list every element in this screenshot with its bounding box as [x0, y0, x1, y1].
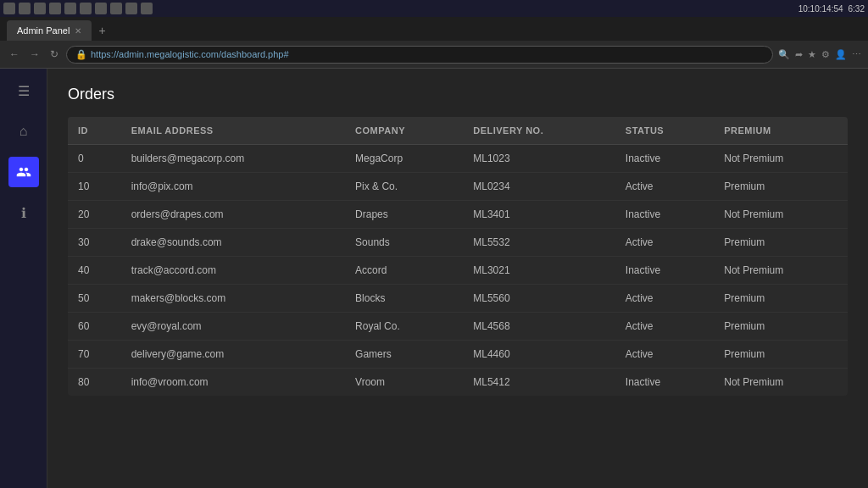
- cell-delivery: ML3401: [463, 201, 615, 229]
- browser-chrome: Admin Panel ✕ + ← → ↻ 🔒 https://admin.me…: [0, 17, 868, 69]
- cell-company: Gamers: [345, 341, 463, 369]
- zoom-icon[interactable]: 🔍: [778, 49, 790, 60]
- col-status: STATUS: [615, 117, 714, 145]
- taskbar-app-8[interactable]: [125, 3, 137, 14]
- cell-status: Active: [615, 285, 714, 313]
- table-header: ID EMAIL ADDRESS COMPANY DELIVERY NO. ST…: [68, 117, 848, 145]
- active-tab[interactable]: Admin Panel ✕: [7, 20, 92, 41]
- table-body: 0 builders@megacorp.com MegaCorp ML1023 …: [68, 145, 848, 396]
- start-icon[interactable]: [3, 3, 15, 14]
- taskbar-app-1[interactable]: [19, 3, 31, 14]
- header-row: ID EMAIL ADDRESS COMPANY DELIVERY NO. ST…: [68, 117, 848, 145]
- col-company: COMPANY: [345, 117, 463, 145]
- cell-premium: Not Premium: [714, 257, 848, 285]
- cell-id: 40: [68, 257, 121, 285]
- cell-status: Active: [615, 229, 714, 257]
- table-row: 50 makers@blocks.com Blocks ML5560 Activ…: [68, 285, 848, 313]
- cell-company: MegaCorp: [345, 145, 463, 173]
- tab-close-button[interactable]: ✕: [75, 26, 81, 36]
- taskbar-datetime: 10:10:14:54: [798, 4, 843, 14]
- sidebar-menu-button[interactable]: ☰: [8, 75, 39, 106]
- cell-premium: Premium: [714, 285, 848, 313]
- cell-premium: Not Premium: [714, 145, 848, 173]
- cell-company: Drapes: [345, 201, 463, 229]
- cell-company: Accord: [345, 257, 463, 285]
- share-icon[interactable]: ➦: [795, 49, 803, 60]
- table-row: 40 track@accord.com Accord ML3021 Inacti…: [68, 257, 848, 285]
- cell-id: 70: [68, 341, 121, 369]
- cell-delivery: ML5560: [463, 285, 615, 313]
- page-title: Orders: [68, 86, 848, 103]
- tab-bar: Admin Panel ✕ +: [0, 17, 868, 41]
- cell-status: Inactive: [615, 369, 714, 396]
- cell-email: drake@sounds.com: [121, 229, 345, 257]
- tab-label: Admin Panel: [17, 25, 70, 36]
- col-delivery: DELIVERY NO.: [463, 117, 615, 145]
- taskbar-app-6[interactable]: [95, 3, 107, 14]
- browser-action-icons: 🔍 ➦ ★ ⚙ 👤 ⋯: [778, 49, 861, 60]
- cell-id: 10: [68, 173, 121, 201]
- cell-id: 20: [68, 201, 121, 229]
- col-email: EMAIL ADDRESS: [121, 117, 345, 145]
- taskbar-app-3[interactable]: [49, 3, 61, 14]
- cell-status: Inactive: [615, 257, 714, 285]
- cell-company: Blocks: [345, 285, 463, 313]
- lock-icon: 🔒: [75, 49, 87, 60]
- cell-id: 0: [68, 145, 121, 173]
- forward-button[interactable]: →: [27, 48, 42, 60]
- cell-email: builders@megacorp.com: [121, 145, 345, 173]
- cell-id: 50: [68, 285, 121, 313]
- url-text: https://admin.megalogistic.com/dashboard…: [91, 49, 289, 59]
- taskbar-app-9[interactable]: [141, 3, 153, 14]
- table-row: 10 info@pix.com Pix & Co. ML0234 Active …: [68, 173, 848, 201]
- cell-email: orders@drapes.com: [121, 201, 345, 229]
- sidebar-item-home[interactable]: ⌂: [8, 116, 39, 147]
- back-button[interactable]: ←: [7, 48, 22, 60]
- reload-button[interactable]: ↻: [47, 48, 61, 60]
- taskbar-app-2[interactable]: [34, 3, 46, 14]
- cell-premium: Premium: [714, 341, 848, 369]
- cell-status: Inactive: [615, 201, 714, 229]
- cell-company: Vroom: [345, 369, 463, 396]
- cell-status: Active: [615, 173, 714, 201]
- profile-icon[interactable]: 👤: [835, 49, 847, 60]
- cell-status: Inactive: [615, 145, 714, 173]
- cell-status: Active: [615, 313, 714, 341]
- taskbar-time: 6:32: [849, 4, 865, 14]
- cell-delivery: ML3021: [463, 257, 615, 285]
- new-tab-button[interactable]: +: [95, 24, 108, 37]
- taskbar: 10:10:14:54 6:32: [0, 0, 868, 17]
- address-bar[interactable]: 🔒 https://admin.megalogistic.com/dashboa…: [66, 46, 773, 64]
- cell-premium: Premium: [714, 173, 848, 201]
- taskbar-app-4[interactable]: [64, 3, 76, 14]
- cell-email: evy@royal.com: [121, 313, 345, 341]
- cell-premium: Premium: [714, 313, 848, 341]
- taskbar-app-5[interactable]: [80, 3, 92, 14]
- address-bar-row: ← → ↻ 🔒 https://admin.megalogistic.com/d…: [0, 41, 868, 68]
- sidebar-item-info[interactable]: ℹ: [8, 197, 39, 228]
- cell-company: Royal Co.: [345, 313, 463, 341]
- cell-email: delivery@game.com: [121, 341, 345, 369]
- sidebar-item-users[interactable]: [8, 157, 39, 187]
- app-layout: ☰ ⌂ ℹ Orders ID EMAIL ADDRESS COMPANY DE…: [0, 69, 868, 488]
- star-icon[interactable]: ★: [808, 49, 816, 60]
- users-icon: [16, 164, 31, 180]
- cell-email: makers@blocks.com: [121, 285, 345, 313]
- cell-delivery: ML1023: [463, 145, 615, 173]
- cell-status: Active: [615, 341, 714, 369]
- cell-delivery: ML5532: [463, 229, 615, 257]
- more-icon[interactable]: ⋯: [852, 49, 861, 60]
- taskbar-app-7[interactable]: [110, 3, 122, 14]
- orders-table: ID EMAIL ADDRESS COMPANY DELIVERY NO. ST…: [68, 117, 848, 396]
- cell-premium: Not Premium: [714, 369, 848, 396]
- extension-icon[interactable]: ⚙: [821, 49, 830, 60]
- cell-id: 30: [68, 229, 121, 257]
- col-premium: PREMIUM: [714, 117, 848, 145]
- taskbar-right: 10:10:14:54 6:32: [798, 4, 865, 14]
- cell-id: 80: [68, 369, 121, 396]
- table-row: 60 evy@royal.com Royal Co. ML4568 Active…: [68, 313, 848, 341]
- cell-delivery: ML4460: [463, 341, 615, 369]
- cell-company: Sounds: [345, 229, 463, 257]
- cell-email: track@accord.com: [121, 257, 345, 285]
- cell-company: Pix & Co.: [345, 173, 463, 201]
